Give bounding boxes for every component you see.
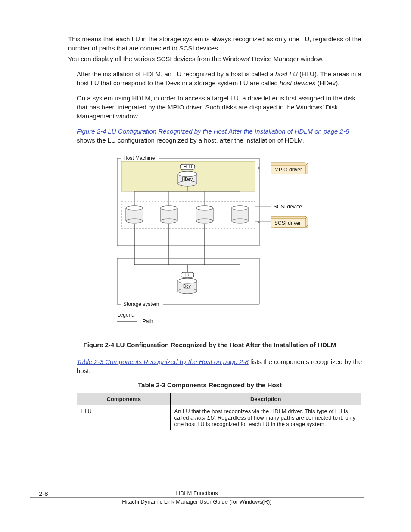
legend-title: Legend (117, 312, 134, 318)
para-lu-means: This means that each LU in the storage s… (68, 34, 364, 53)
mpio-driver-box: MPIO driver (271, 163, 308, 174)
text: (HDev). (315, 79, 339, 87)
svg-point-11 (178, 171, 197, 177)
svg-marker-50 (257, 220, 260, 224)
components-table: Components Description HLU An LU that th… (77, 393, 361, 430)
text: After the installation of HDLM, an LU re… (77, 70, 275, 78)
svg-text:HDev: HDev (182, 177, 193, 182)
hdev-icon: HDev (178, 171, 197, 186)
svg-text:HLU: HLU (184, 165, 192, 169)
svg-point-30 (126, 206, 143, 210)
svg-point-38 (196, 206, 213, 210)
cell-hlu-desc: An LU that the host recognizes via the H… (171, 405, 361, 430)
para-hlu-hdev: After the installation of HDLM, an LU re… (77, 69, 364, 87)
svg-point-42 (231, 206, 249, 210)
svg-marker-19 (257, 166, 260, 170)
footer-line-1: HDLM Functions (30, 490, 364, 496)
host-lu-em: host LU (195, 414, 215, 421)
para-figure-ref: Figure 2-4 LU Configuration Recognized b… (77, 127, 364, 145)
lu-icon: LU (181, 272, 194, 277)
table-2-3-link[interactable]: Table 2-3 Components Recognized by the H… (77, 358, 249, 365)
table-2-3-caption: Table 2-3 Components Recognized by the H… (56, 381, 364, 389)
footer-line-2: Hitachi Dynamic Link Manager User Guide … (30, 497, 364, 505)
svg-text:Dev: Dev (183, 284, 191, 289)
dev-icon: Dev (178, 278, 197, 294)
svg-text:SCSI driver: SCSI driver (274, 220, 301, 226)
svg-point-37 (196, 219, 213, 223)
svg-text:MPIO driver: MPIO driver (274, 167, 302, 173)
para-drive-letter: On a system using HDLM, in order to acce… (77, 93, 364, 121)
host-machine-label: Host Machine (123, 155, 155, 161)
th-components: Components (77, 393, 171, 405)
scsi-device-label: SCSI device (274, 204, 302, 210)
host-lu-em: host LU (275, 70, 298, 78)
text: shows the LU configuration recognized by… (77, 137, 305, 144)
svg-point-33 (160, 219, 177, 223)
th-description: Description (171, 393, 361, 405)
para-table-ref: Table 2-3 Components Recognized by the H… (77, 357, 364, 375)
cell-hlu: HLU (77, 405, 171, 430)
page-number: 2-8 (39, 490, 48, 497)
host-devices-em: host devices (280, 79, 315, 87)
figure-2-4-caption: Figure 2-4 LU Configuration Recognized b… (77, 340, 343, 349)
svg-point-34 (160, 206, 177, 210)
scsi-device-icon (126, 206, 249, 223)
svg-point-66 (178, 289, 197, 294)
scsi-driver-box: SCSI driver (271, 216, 308, 227)
table-row: HLU An LU that the host recognizes via t… (77, 405, 361, 430)
page-footer: 2-8 HDLM Functions Hitachi Dynamic Link … (0, 490, 411, 505)
para-scsi-display: You can display all the various SCSI dev… (68, 54, 364, 63)
figure-2-4-link[interactable]: Figure 2-4 LU Configuration Recognized b… (77, 128, 349, 135)
storage-system-label: Storage system (123, 301, 159, 307)
svg-point-29 (126, 219, 143, 223)
svg-text:LU: LU (185, 272, 191, 277)
legend-path: : Path (140, 318, 153, 324)
svg-point-41 (231, 219, 249, 223)
svg-point-67 (178, 278, 197, 283)
lu-configuration-diagram: Host Machine HLU HDev (109, 151, 311, 332)
hlu-icon: HLU (180, 164, 195, 170)
